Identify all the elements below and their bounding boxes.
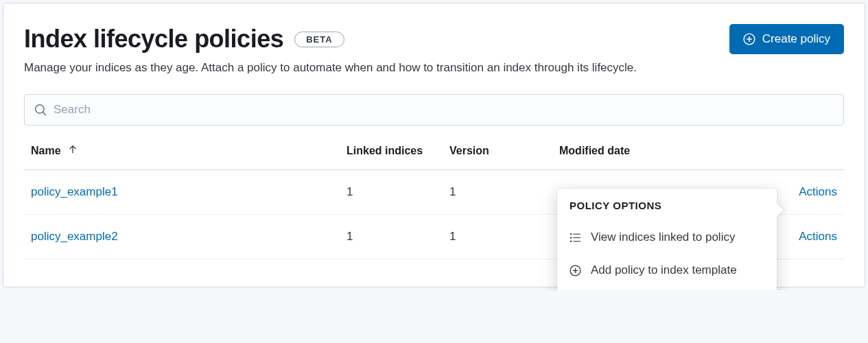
beta-badge: BETA bbox=[294, 32, 344, 47]
column-header-version[interactable]: Version bbox=[443, 131, 552, 170]
column-name-label: Name bbox=[31, 145, 61, 156]
search-wrapper[interactable] bbox=[24, 94, 844, 126]
sort-ascending-icon bbox=[68, 145, 78, 157]
view-indices-label: View indices linked to policy bbox=[591, 230, 735, 244]
plus-circle-icon bbox=[743, 33, 755, 45]
page-description: Manage your indices as they age. Attach … bbox=[24, 61, 844, 75]
svg-rect-6 bbox=[570, 233, 572, 235]
header-row: Index lifecycle policies BETA Create pol… bbox=[24, 24, 844, 54]
column-header-modified[interactable]: Modified date bbox=[552, 131, 782, 170]
popover-title: POLICY OPTIONS bbox=[557, 189, 777, 221]
list-icon bbox=[570, 232, 581, 244]
plus-circle-icon bbox=[570, 265, 581, 276]
svg-rect-8 bbox=[570, 237, 572, 238]
create-policy-label: Create policy bbox=[762, 32, 830, 46]
actions-button[interactable]: Actions bbox=[789, 185, 837, 199]
policy-name-link[interactable]: policy_example1 bbox=[31, 185, 118, 198]
column-header-name[interactable]: Name bbox=[24, 131, 340, 170]
svg-point-3 bbox=[36, 105, 44, 113]
search-icon bbox=[34, 104, 47, 116]
title-group: Index lifecycle policies BETA bbox=[24, 25, 344, 54]
linked-indices-cell: 1 bbox=[340, 170, 443, 215]
linked-indices-cell: 1 bbox=[340, 215, 443, 259]
svg-rect-10 bbox=[570, 240, 572, 241]
svg-rect-11 bbox=[573, 241, 580, 241]
column-header-actions bbox=[782, 131, 844, 170]
page-title: Index lifecycle policies bbox=[24, 25, 283, 54]
policy-options-popover: POLICY OPTIONS View indices linked to po… bbox=[557, 189, 777, 290]
version-cell: 1 bbox=[443, 170, 552, 215]
svg-rect-7 bbox=[573, 233, 580, 234]
search-input[interactable] bbox=[54, 103, 834, 117]
column-header-linked[interactable]: Linked indices bbox=[340, 131, 443, 170]
delete-policy-menu-item[interactable]: Delete policy bbox=[557, 287, 777, 290]
add-to-template-menu-item[interactable]: Add policy to index template bbox=[557, 254, 777, 287]
policy-name-link[interactable]: policy_example2 bbox=[31, 230, 118, 243]
version-cell: 1 bbox=[443, 215, 552, 259]
svg-rect-9 bbox=[573, 237, 580, 237]
policies-panel: Index lifecycle policies BETA Create pol… bbox=[3, 3, 865, 287]
actions-button[interactable]: Actions bbox=[789, 230, 837, 244]
add-to-template-label: Add policy to index template bbox=[591, 263, 737, 277]
svg-line-4 bbox=[43, 112, 46, 115]
create-policy-button[interactable]: Create policy bbox=[729, 24, 844, 54]
view-indices-menu-item[interactable]: View indices linked to policy bbox=[557, 221, 777, 254]
